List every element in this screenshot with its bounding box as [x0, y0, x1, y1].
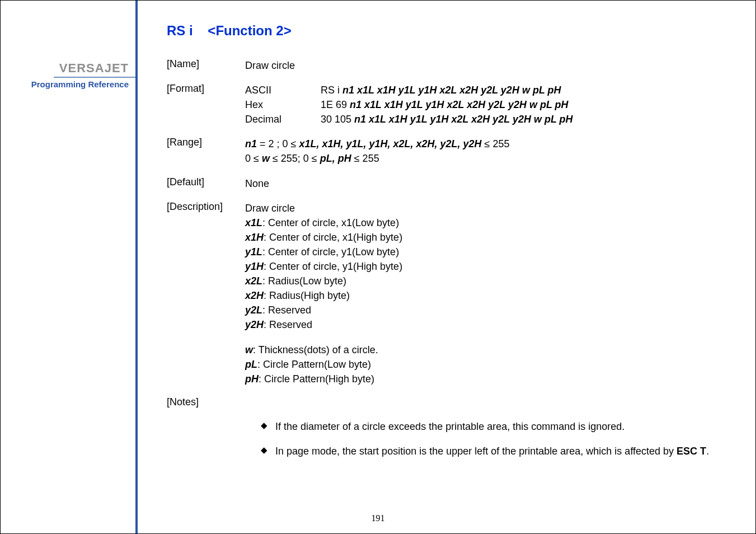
dec-prefix: 30 105: [321, 114, 354, 125]
brand-title: VERSAJET: [54, 61, 135, 78]
ascii-prefix: RS i: [321, 85, 342, 96]
name-label: [Name]: [167, 58, 245, 73]
name-value: Draw circle: [245, 58, 739, 73]
title-function: <Function 2>: [208, 23, 291, 38]
desc-w-v: : Thickness(dots) of a circle.: [253, 344, 378, 355]
ascii-params: n1 x1L x1H y1L y1H x2L x2H y2L y2H w pL …: [342, 85, 561, 96]
default-label: [Default]: [167, 176, 245, 191]
desc-x2H-v: : Radius(High byte): [264, 290, 350, 301]
range-end1: ≤ 255: [482, 138, 510, 149]
range-mid1: = 2 ; 0 ≤: [257, 138, 299, 149]
desc-y1H-v: : Center of circle, y1(High byte): [264, 261, 402, 272]
note-2-c: .: [706, 446, 709, 457]
note-1: If the diameter of a circle exceeds the …: [275, 418, 624, 435]
desc-y2L-v: : Reserved: [262, 305, 311, 316]
sidebar: VERSAJET Programming Reference: [1, 1, 138, 533]
note-2-a: In page mode, the start position is the …: [275, 446, 677, 457]
command-title: RS i <Function 2>: [167, 23, 739, 39]
desc-y2H-k: y2H: [245, 319, 264, 330]
desc-x1L-k: x1L: [245, 217, 262, 228]
desc-x1H-k: x1H: [245, 232, 264, 243]
desc-x1H-v: : Center of circle, x1(High byte): [264, 232, 402, 243]
desc-w-k: w: [245, 344, 253, 355]
format-label: [Format]: [167, 83, 245, 127]
desc-y1L-v: : Center of circle, y1(Low byte): [262, 246, 399, 257]
desc-y1L-k: y1L: [245, 246, 262, 257]
notes-label: [Notes]: [167, 396, 245, 408]
desc-x1L-v: : Center of circle, x1(Low byte): [262, 217, 399, 228]
brand-subtitle: Programming Reference: [1, 79, 135, 89]
range-l2a: 0 ≤: [245, 153, 262, 164]
desc-y1H-k: y1H: [245, 261, 264, 272]
range-w: w: [262, 153, 270, 164]
desc-pL-v: : Circle Pattern(Low byte): [257, 359, 371, 370]
desc-pL-k: pL: [245, 359, 257, 370]
content-area: RS i <Function 2> [Name] Draw circle [Fo…: [138, 1, 755, 533]
desc-pH-v: : Circle Pattern(High byte): [259, 373, 374, 385]
note-2: In page mode, the start position is the …: [275, 443, 709, 460]
dec-params: n1 x1L x1H y1L y1H x2L x2H y2L y2H w pL …: [354, 114, 573, 125]
desc-x2L-k: x2L: [245, 275, 262, 287]
description-body: Draw circle x1L: Center of circle, x1(Lo…: [245, 201, 739, 386]
format-hex-value: 1E 69 n1 x1L x1H y1L y1H x2L x2H y2L y2H…: [321, 97, 739, 112]
bullet-icon: ◆: [261, 418, 275, 435]
range-plph: pL, pH: [320, 153, 351, 164]
title-cmd: RS i: [167, 23, 193, 38]
desc-pH-k: pH: [245, 373, 259, 385]
range-value: n1 = 2 ; 0 ≤ x1L, x1H, y1L, y1H, x2L, x2…: [245, 137, 739, 166]
desc-y2H-v: : Reserved: [264, 319, 312, 330]
range-vars: x1L, x1H, y1L, y1H, x2L, x2H, y2L, y2H: [299, 138, 481, 149]
range-label: [Range]: [167, 137, 245, 166]
range-l2c: ≤ 255; 0 ≤: [270, 153, 320, 164]
range-l2e: ≤ 255: [351, 153, 379, 164]
format-ascii-label: ASCII: [245, 83, 321, 97]
format-ascii-value: RS i n1 x1L x1H y1L y1H x2L x2H y2L y2H …: [321, 83, 739, 97]
default-value: None: [245, 176, 739, 191]
hex-params: n1 x1L x1H y1L y1H x2L x2H y2L y2H w pL …: [350, 99, 569, 110]
description-label: [Description]: [167, 201, 245, 386]
format-hex-label: Hex: [245, 97, 321, 112]
desc-x2H-k: x2H: [245, 290, 264, 301]
note-2-cmd: ESC T: [677, 446, 706, 457]
format-dec-label: Decimal: [245, 112, 321, 127]
desc-x2L-v: : Radius(Low byte): [262, 275, 346, 287]
range-n1: n1: [245, 138, 257, 149]
format-table: ASCII RS i n1 x1L x1H y1L y1H x2L x2H y2…: [245, 83, 739, 127]
desc-head: Draw circle: [245, 201, 739, 216]
bullet-icon: ◆: [261, 443, 275, 460]
desc-y2L-k: y2L: [245, 305, 262, 316]
notes-list: ◆ If the diameter of a circle exceeds th…: [245, 418, 739, 460]
hex-prefix: 1E 69: [321, 99, 350, 110]
format-dec-value: 30 105 n1 x1L x1H y1L y1H x2L x2H y2L y2…: [321, 112, 739, 127]
page-number: 191: [372, 513, 385, 523]
